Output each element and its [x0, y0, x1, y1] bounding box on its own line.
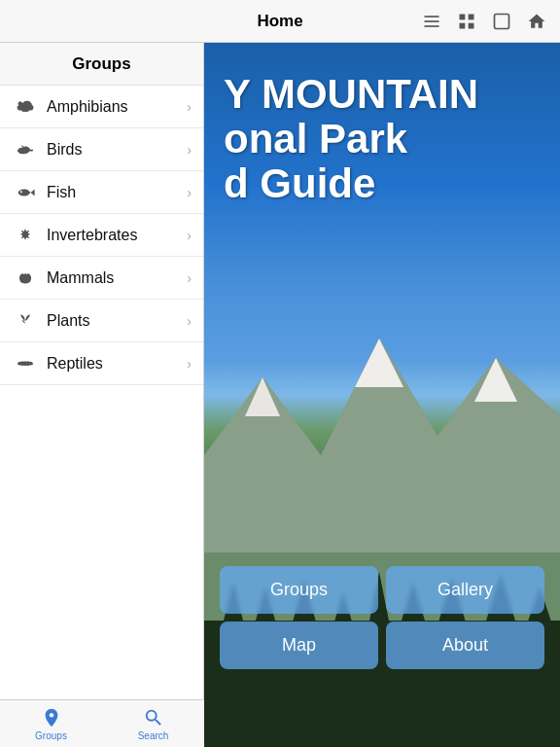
svg-point-10 — [26, 276, 27, 277]
svg-rect-7 — [495, 14, 509, 28]
list-icon[interactable] — [416, 6, 447, 37]
main-content: Groups Amphibians › Birds › — [0, 43, 560, 747]
hero-title-line1: Y MOUNTAIN — [224, 72, 550, 117]
top-bar: Home — [0, 0, 560, 43]
hero-text: Y MOUNTAIN onal Park d Guide — [224, 72, 550, 207]
sidebar-item-mammals[interactable]: Mammals › — [0, 257, 203, 300]
chevron-right-icon: › — [187, 99, 192, 115]
sidebar: Groups Amphibians › Birds › — [0, 43, 204, 747]
invertebrate-icon — [12, 222, 39, 249]
chevron-right-icon: › — [187, 270, 192, 286]
tab-groups-label: Groups — [35, 730, 67, 741]
svg-rect-2 — [425, 25, 439, 27]
about-button[interactable]: About — [386, 622, 544, 669]
grid-icon[interactable] — [451, 6, 482, 37]
sidebar-list: Amphibians › Birds › Fish › — [0, 86, 203, 747]
sidebar-item-label: Reptiles — [47, 355, 187, 373]
sidebar-item-label: Amphibians — [47, 98, 187, 116]
sidebar-item-label: Plants — [47, 312, 187, 330]
hero-title-line3: d Guide — [224, 161, 550, 206]
page-title: Home — [257, 12, 302, 31]
square-icon[interactable] — [486, 6, 517, 37]
sidebar-item-fish[interactable]: Fish › — [0, 171, 203, 214]
chevron-right-icon: › — [187, 228, 192, 243]
chevron-right-icon: › — [187, 356, 192, 372]
sidebar-item-amphibians[interactable]: Amphibians › — [0, 86, 203, 128]
action-buttons: Groups Gallery Map About — [204, 566, 560, 669]
sidebar-item-label: Mammals — [47, 269, 187, 287]
sidebar-item-label: Birds — [47, 141, 187, 159]
reptile-icon — [12, 350, 39, 377]
home-icon[interactable] — [521, 6, 552, 37]
svg-rect-0 — [425, 16, 439, 18]
mammal-icon — [12, 265, 39, 292]
sidebar-header: Groups — [0, 43, 203, 86]
sidebar-item-birds[interactable]: Birds › — [0, 128, 203, 171]
sidebar-item-plants[interactable]: Plants › — [0, 300, 203, 342]
sidebar-title: Groups — [72, 54, 130, 74]
tab-search[interactable]: Search — [102, 707, 204, 741]
sidebar-item-label: Invertebrates — [47, 227, 187, 244]
chevron-right-icon: › — [187, 142, 192, 158]
svg-point-8 — [20, 191, 22, 193]
tab-groups[interactable]: Groups — [0, 707, 102, 741]
svg-rect-3 — [460, 14, 466, 19]
plant-icon — [12, 307, 39, 335]
svg-point-9 — [22, 276, 23, 277]
svg-rect-4 — [469, 14, 474, 19]
toolbar-icons — [416, 6, 552, 37]
fish-icon — [12, 179, 39, 206]
right-panel: Y MOUNTAIN onal Park d Guide Groups Gall… — [204, 43, 560, 747]
bird-icon — [12, 136, 39, 163]
svg-rect-5 — [460, 22, 466, 28]
svg-rect-6 — [469, 22, 474, 28]
amphibian-icon — [12, 93, 39, 121]
chevron-right-icon: › — [187, 313, 192, 329]
chevron-right-icon: › — [187, 185, 192, 200]
svg-rect-1 — [425, 20, 439, 22]
gallery-button[interactable]: Gallery — [386, 566, 544, 614]
tab-search-label: Search — [138, 730, 169, 741]
tab-bar: Groups Search — [0, 699, 204, 747]
sidebar-item-invertebrates[interactable]: Invertebrates › — [0, 214, 203, 257]
hero-title-line2: onal Park — [224, 117, 550, 161]
groups-button[interactable]: Groups — [220, 566, 378, 614]
sidebar-item-label: Fish — [47, 184, 187, 201]
map-button[interactable]: Map — [220, 622, 378, 669]
svg-marker-13 — [355, 338, 403, 387]
sidebar-item-reptiles[interactable]: Reptiles › — [0, 342, 203, 385]
